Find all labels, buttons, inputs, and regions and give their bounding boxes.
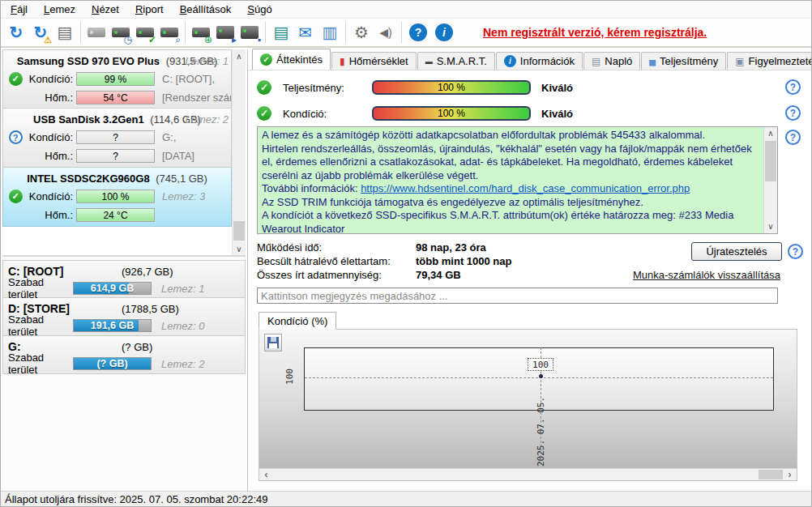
help-icon[interactable]: ? [785, 79, 801, 95]
scroll-left-icon[interactable]: ‹ [260, 469, 272, 480]
disk-disabled-icon[interactable] [84, 20, 109, 45]
partition-name: G: [8, 340, 21, 353]
report-icon[interactable]: ▤ [53, 20, 77, 45]
tab-bar: ✓Áttekintés ▮Hőmérséklet ▬S.M.A.R.T. iIn… [248, 49, 811, 70]
disk-number-label: Lemez: 1 [161, 283, 204, 295]
network-disk-icon[interactable]: ⊕ [189, 20, 213, 45]
notepad-icon[interactable]: ▤ [269, 20, 293, 45]
gear-icon[interactable]: ⚙ [349, 20, 374, 45]
free-space-value: (? GB) [96, 358, 127, 369]
scroll-down-icon[interactable]: ∨ [233, 242, 246, 255]
refresh-icon[interactable]: ↻ [4, 20, 28, 45]
mail-icon[interactable]: ✉ [293, 20, 318, 45]
help-glyph: ? [415, 26, 422, 39]
disk-size: (745,1 GB) [156, 173, 207, 185]
partition-item-g[interactable]: G: (? GB) Szabad terület (? GB) Lemez: 2 [2, 336, 246, 374]
disk-item-samsung-ssd[interactable]: Samsung SSD 970 EVO Plus (931,5 GB) Leme… [2, 49, 232, 109]
data-point[interactable] [539, 374, 543, 378]
ok-circle-icon: ✓ [257, 106, 271, 121]
menu-view[interactable]: Nézet [83, 2, 127, 17]
tab-alerts[interactable]: ▣Figyelmeztetések [727, 52, 812, 70]
save-chart-button[interactable] [264, 334, 282, 351]
tab-log[interactable]: ▤Napló [583, 52, 640, 70]
menu-report[interactable]: Riport [127, 2, 172, 17]
scroll-down-icon[interactable]: ∨ [764, 220, 777, 233]
refresh-warning-icon[interactable]: ↻⚠ [28, 20, 53, 45]
retest-button[interactable]: Újratesztelés [691, 242, 782, 261]
info-icon[interactable]: i [435, 23, 453, 41]
disk-item-intel-ssd[interactable]: INTEL SSDSC2KG960G8 (745,1 GB) ✓ Kondíci… [2, 168, 232, 227]
condition-label: Kondíció: [28, 190, 73, 202]
help-icon[interactable]: ? [409, 23, 427, 41]
condition-row: ✓ Kondíció: 100 % Kiváló [257, 105, 573, 121]
temp-label: Hőm.: [28, 92, 73, 104]
scrollbar-thumb[interactable] [765, 141, 776, 181]
comment-input[interactable] [257, 288, 778, 304]
tab-performance[interactable]: ▅Teljesítmény [641, 52, 726, 70]
tab-temperature[interactable]: ▮Hőmérséklet [331, 52, 417, 70]
disk-condition-row: ✓ Kondíció: 99 % C: [ROOT], [3, 70, 231, 88]
disk-title-row: Samsung SSD 970 EVO Plus (931,5 GB) Leme… [3, 53, 231, 70]
scrollbar-thumb[interactable] [233, 221, 245, 241]
scroll-right-icon[interactable]: › [784, 469, 796, 480]
partition-item-d[interactable]: D: [STORE] (1788,5 GB) Szabad terület 19… [2, 298, 246, 336]
scroll-up-icon[interactable]: ∧ [764, 127, 777, 140]
status-unknown-icon: ? [9, 130, 23, 144]
chart-tab-condition[interactable]: Kondíció (%) [259, 312, 336, 330]
clock-badge-icon: ◷ [124, 35, 132, 45]
tab-information[interactable]: iInformációk [496, 52, 583, 70]
condition-bar: ? [76, 130, 155, 144]
disk-search-icon[interactable]: ⌕ [157, 20, 182, 45]
menu-file[interactable]: Fájl [2, 2, 36, 17]
temp-bar: 24 °C [76, 208, 155, 222]
power-on-time-value: 98 nap, 23 óra [416, 241, 486, 254]
pages-icon: ▣ [735, 56, 744, 67]
disk-temp-row: Hőm.: ? [DATA] [3, 147, 231, 165]
network-computer-icon[interactable]: ▥ [318, 20, 342, 45]
disk-note-label: [DATA] [162, 150, 194, 162]
menu-settings[interactable]: Beállítások [172, 2, 240, 17]
chart-horizontal-scrollbar[interactable]: ‹ › [259, 468, 797, 480]
disk-number-label: Lemez: 0 [161, 320, 204, 332]
help-icon[interactable]: ? [785, 130, 801, 145]
tab-label: S.M.A.R.T. [437, 55, 487, 67]
help-icon[interactable]: ? [785, 105, 801, 121]
disk-clock-icon[interactable]: ◷ [109, 20, 133, 45]
disk-item-usb-sandisk[interactable]: USB SanDisk 3.2Gen1 (114,6 GB) Lemez: 2 … [2, 109, 232, 168]
free-space-bar: 191,6 GB [73, 319, 152, 332]
free-space-bar: 614,9 GB [73, 282, 152, 295]
disk-temp-row: Hőm.: 24 °C [3, 206, 231, 224]
registration-notice-link[interactable]: Nem regisztrált verzió, kérem regisztrál… [483, 26, 707, 39]
partition-name: C: [ROOT] [8, 265, 63, 278]
scrollbar-thumb[interactable] [759, 470, 783, 479]
speaker-icon[interactable]: ◀) [374, 20, 398, 45]
tab-label: Teljesítmény [660, 55, 718, 67]
scroll-up-icon[interactable]: ∧ [233, 49, 246, 62]
notepad-glyph: ▤ [274, 23, 289, 42]
disk-check-icon[interactable]: ✓ [133, 20, 157, 45]
partition-list: C: [ROOT] (926,7 GB) Szabad terület 614,… [2, 260, 246, 491]
disk-backup-icon[interactable]: ▪ [237, 20, 262, 45]
thermometer-icon: ▮ [340, 56, 345, 67]
partition-size: (? GB) [122, 339, 152, 356]
overview-panel: ✓ Teljesítmény: 100 % Kiváló ? ✓ Kondíci… [248, 71, 811, 491]
toolbar-separator [80, 22, 81, 43]
condition-bar: 99 % [76, 72, 155, 86]
menu-disk[interactable]: Lemez [36, 2, 83, 17]
status-ok-icon: ✓ [9, 190, 23, 203]
disk-list-scrollbar[interactable]: ∧ ∨ [232, 49, 246, 255]
partition-item-c[interactable]: C: [ROOT] (926,7 GB) Szabad terület 614,… [2, 260, 246, 298]
tab-overview[interactable]: ✓Áttekintés [252, 49, 331, 70]
health-message-box[interactable]: A lemez és a számítógép közötti adatkapc… [257, 126, 778, 234]
tab-smart[interactable]: ▬S.M.A.R.T. [417, 52, 495, 70]
help-icon[interactable]: ? [788, 244, 803, 259]
performance-rating: Kiváló [541, 82, 573, 94]
more-info-link[interactable]: https://www.hdsentinel.com/hard_disk_cas… [361, 182, 690, 194]
message-scrollbar[interactable]: ∧ ∨ [763, 127, 777, 233]
reset-counters-link[interactable]: Munka-számlálók visszaállítása [633, 269, 780, 281]
disk-eject-icon[interactable]: ▸ [213, 20, 237, 45]
status-text: Állapot utoljára frissítve: 2025. 07. 05… [5, 493, 267, 505]
power-on-time-row: Működési idő: 98 nap, 23 óra [257, 241, 322, 255]
check-badge-icon: ✓ [148, 35, 156, 45]
menu-help[interactable]: Súgó [239, 2, 280, 17]
